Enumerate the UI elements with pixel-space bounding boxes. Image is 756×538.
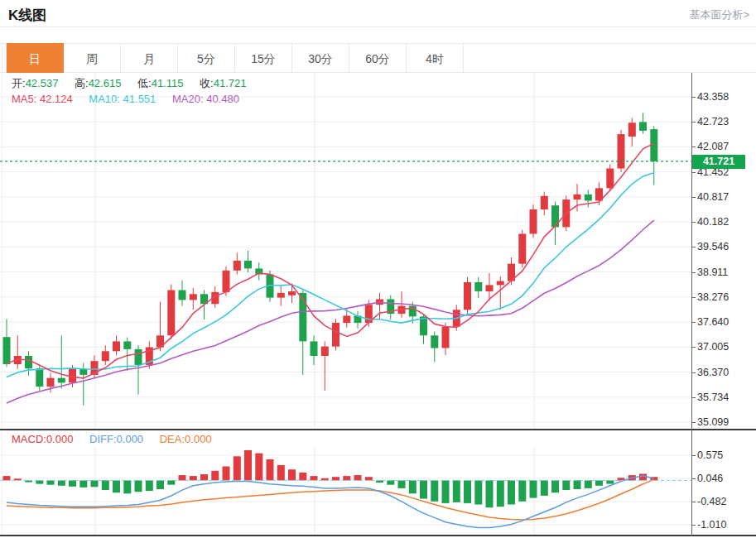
ma-readout: MA5: 42.124 MA10: 41.551 MA20: 40.480: [12, 93, 253, 105]
macd-bar: [58, 480, 65, 485]
close-readout: 收:41.721: [200, 77, 246, 89]
candlestick-chart-canvas[interactable]: [0, 73, 692, 430]
macd-bar: [36, 480, 43, 483]
macd-bar: [398, 480, 406, 488]
macd-bar: [354, 475, 362, 480]
y-axis-label: 39.546: [697, 240, 729, 253]
macd-bar: [474, 480, 482, 504]
macd-bar: [234, 456, 241, 480]
pane-separator: [0, 429, 756, 430]
candle: [321, 341, 329, 391]
macd-bar: [442, 480, 450, 503]
tab-month[interactable]: 月: [121, 43, 178, 73]
macd-bar: [606, 480, 614, 483]
macd-bar: [79, 480, 87, 488]
candle: [442, 323, 450, 355]
tab-day[interactable]: 日: [7, 43, 64, 73]
candle: [288, 284, 296, 304]
y-axis-label: 42.087: [697, 140, 729, 153]
ohlc-readout: 开:42.537 高:42.615 低:41.115 收:41.721: [12, 76, 259, 91]
macd-bar: [277, 465, 285, 481]
y-axis-label: 42.723: [697, 115, 729, 128]
macd-bar: [464, 480, 471, 503]
candle: [113, 335, 120, 355]
candle: [156, 302, 164, 352]
macd-bar: [200, 474, 208, 480]
macd-bar: [332, 477, 339, 480]
tab-15min[interactable]: 15分: [235, 43, 292, 73]
macd-bar: [595, 480, 603, 485]
macd-bar: [409, 480, 417, 493]
candle: [14, 335, 22, 368]
macd-bar: [299, 473, 306, 481]
diff-value: DIFF:0.000: [89, 433, 143, 445]
high-readout: 高:42.615: [75, 77, 121, 89]
open-readout: 开:42.537: [12, 77, 58, 89]
macd-chart-canvas[interactable]: [0, 447, 692, 536]
macd-axis-label: 0.046: [697, 472, 723, 485]
candle: [190, 288, 197, 310]
candle: [311, 335, 318, 365]
macd-bar: [486, 480, 494, 507]
y-axis-label: 38.276: [697, 291, 729, 304]
low-readout: 低:41.115: [137, 77, 183, 89]
macd-value: MACD:0.000: [12, 433, 73, 445]
macd-bar: [69, 480, 76, 486]
ma20-line: [7, 220, 654, 403]
interval-tabs: 日周月5分15分30分60分4时: [6, 43, 464, 73]
macd-bar: [508, 480, 515, 504]
macd-bar: [541, 480, 548, 496]
y-axis-label: 35.734: [697, 391, 729, 404]
macd-bar: [255, 454, 262, 481]
macd-bar: [156, 480, 164, 489]
candle: [628, 118, 636, 147]
y-axis-label: 37.640: [697, 315, 729, 329]
tab-30min[interactable]: 30分: [292, 43, 349, 73]
candle: [518, 230, 526, 268]
candle: [234, 252, 241, 274]
bottom-border: [0, 535, 756, 536]
macd-bar: [453, 480, 460, 502]
macd-bar: [167, 480, 175, 484]
macd-bar: [387, 480, 394, 484]
candle: [58, 335, 65, 388]
candle: [277, 286, 285, 306]
candle: [474, 277, 482, 298]
macd-bar: [3, 476, 11, 480]
macd-axis-label: -1.010: [697, 518, 726, 531]
candle: [3, 319, 11, 367]
macd-bar: [343, 476, 350, 480]
candle: [91, 355, 99, 379]
candle: [179, 281, 186, 306]
title-bar: K线图 基本面分析>: [0, 0, 756, 27]
macd-bar: [530, 480, 537, 497]
macd-bar: [497, 480, 504, 507]
ma10-readout: MA10: 41.551: [89, 93, 156, 105]
y-axis-line: [691, 73, 692, 536]
tab-5min[interactable]: 5分: [178, 43, 235, 73]
y-axis-label: 37.005: [697, 340, 729, 353]
candle: [332, 319, 339, 350]
macd-bar: [585, 480, 592, 488]
page-title: K线图: [8, 6, 46, 25]
candle: [530, 204, 537, 238]
ma5-line: [7, 143, 654, 378]
ma5-readout: MA5: 42.124: [12, 93, 73, 105]
candle: [464, 277, 471, 314]
tab-60min[interactable]: 60分: [349, 43, 407, 73]
tab-week[interactable]: 周: [64, 43, 121, 73]
fundamental-analysis-link[interactable]: 基本面分析>: [689, 7, 749, 22]
macd-bar: [420, 480, 427, 498]
macd-bar: [518, 480, 526, 501]
macd-bar: [311, 476, 318, 480]
tab-4hour[interactable]: 4时: [407, 43, 464, 73]
macd-bar: [123, 480, 131, 493]
candle: [167, 284, 175, 339]
y-axis-label: 36.370: [697, 366, 729, 379]
candle: [585, 190, 592, 207]
candle: [255, 262, 262, 280]
candle: [102, 345, 109, 365]
macd-bar: [223, 467, 230, 481]
ma10-line: [7, 173, 654, 377]
candle: [211, 286, 219, 308]
